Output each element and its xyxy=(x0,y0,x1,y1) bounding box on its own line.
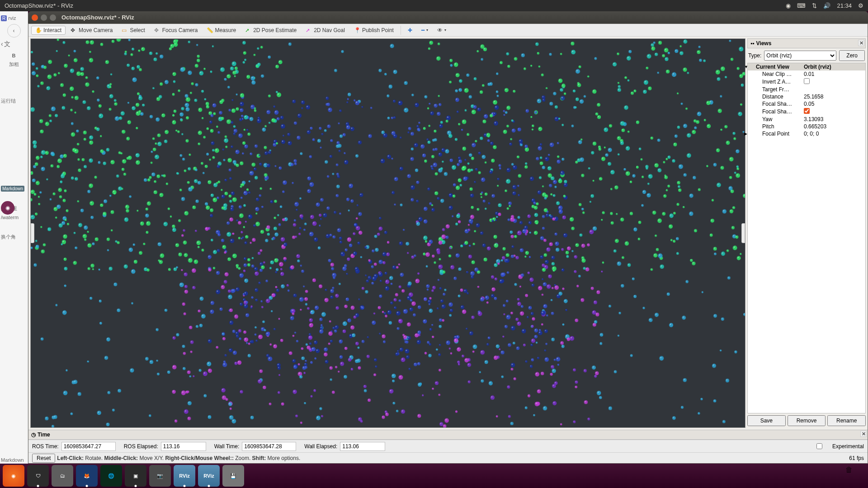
indicator-sound-icon[interactable]: 🔊 xyxy=(823,2,830,9)
window-maximize-button[interactable] xyxy=(50,14,56,21)
indicator-shield-icon[interactable]: ◉ xyxy=(786,2,791,9)
editor-back-button[interactable]: ‹ xyxy=(7,24,21,38)
arrow-green-icon: ➚ xyxy=(245,27,251,33)
views-panel-buttons: Save Remove Rename xyxy=(747,413,866,428)
type-label: Type: xyxy=(748,52,761,59)
experimental-checkbox[interactable] xyxy=(816,443,822,449)
views-panel-header[interactable]: ▪▪ Views ✕ xyxy=(747,38,866,48)
time-panel: ROS Time: ROS Elapsed: Wall Time: Wall E… xyxy=(28,440,868,452)
launcher-rviz-1[interactable]: RViz xyxy=(174,465,195,487)
launcher-ubuntu-icon[interactable]: ◉ xyxy=(3,465,24,487)
wall-elapsed-field[interactable] xyxy=(340,442,385,451)
indicator-keyboard-icon[interactable]: ⌨ xyxy=(797,2,806,9)
clock-icon: ◷ xyxy=(31,432,36,438)
tool-pan-axes[interactable]: ✚ xyxy=(404,26,416,35)
launcher-app-1[interactable]: 🛡 xyxy=(27,465,49,487)
remove-button[interactable]: Remove xyxy=(788,415,826,426)
hand-icon: ✋ xyxy=(35,27,42,33)
tree-row[interactable]: Focal Sha… xyxy=(748,108,865,116)
eye-icon: 👁 xyxy=(437,27,443,33)
window-title: OctomapShow.rviz* - RViz xyxy=(61,14,134,21)
rviz-3d-viewport[interactable] xyxy=(30,38,745,428)
focus-icon: ✥ xyxy=(154,27,160,33)
launcher-terminal-icon[interactable]: ▣ xyxy=(125,465,146,487)
tool-measure[interactable]: 📏 Measure xyxy=(203,26,240,35)
launcher-disk-icon[interactable]: 💾 xyxy=(222,465,244,487)
wall-time-field[interactable] xyxy=(242,442,296,451)
editor-text-2: /waterm xyxy=(1,215,27,220)
launcher-browser-icon[interactable]: 🌐 xyxy=(100,465,122,487)
panel-splitter-left[interactable] xyxy=(31,223,34,243)
status-hint: Left-Click: Rotate. Middle-Click: Move X… xyxy=(57,455,300,461)
window-close-button[interactable] xyxy=(32,14,38,21)
launcher-firefox-icon[interactable]: 🦊 xyxy=(76,465,98,487)
ros-time-label: ROS Time: xyxy=(32,443,59,450)
views-panel: ▪▪ Views ✕ Type: Orbit (rviz) Zero ▼ Cur… xyxy=(747,38,866,428)
save-button[interactable]: Save xyxy=(747,415,786,426)
tree-row[interactable]: Focal Sha…0.05 xyxy=(748,100,865,108)
arrow-pink-icon: ➚ xyxy=(306,27,312,33)
chevron-left-icon[interactable]: ‹ xyxy=(1,40,3,48)
tool-move-camera[interactable]: ✥ Move Camera xyxy=(66,26,117,35)
pin-icon: 📍 xyxy=(354,27,360,33)
ros-time-field[interactable] xyxy=(61,442,116,451)
tree-row[interactable]: Yaw3.13093 xyxy=(748,116,865,123)
time-close-button[interactable]: ✕ xyxy=(860,431,867,437)
gnome-clock[interactable]: 21:34 xyxy=(837,2,852,9)
rename-button[interactable]: Rename xyxy=(827,415,866,426)
rviz-status-bar: Reset Left-Click: Rotate. Middle-Click: … xyxy=(28,452,868,463)
tool-publish-point[interactable]: 📍 Publish Point xyxy=(350,26,398,35)
tool-2d-pose-estimate[interactable]: ➚ 2D Pose Estimate xyxy=(241,26,301,35)
tree-row-current-view[interactable]: ▼ Current View Orbit (rviz) xyxy=(748,63,865,70)
editor-tab-label: rviz xyxy=(8,15,16,21)
tree-row[interactable]: Near Clip …0.01 xyxy=(748,70,865,78)
wall-elapsed-label: Wall Elapsed: xyxy=(304,443,337,450)
ubuntu-logo-icon: ◉ xyxy=(1,201,14,215)
toolbar-separator xyxy=(401,26,401,35)
zero-button[interactable]: Zero xyxy=(839,50,865,61)
tool-interact[interactable]: ✋ Interact xyxy=(31,26,66,35)
views-close-button[interactable]: ✕ xyxy=(858,40,864,46)
launcher-rviz-2[interactable]: RViz xyxy=(198,465,220,487)
launcher-trash-icon[interactable]: 🗑 xyxy=(845,466,865,486)
window-minimize-button[interactable] xyxy=(41,14,47,21)
tree-row[interactable]: Invert Z A… xyxy=(748,78,865,86)
editor-tab-icon: R xyxy=(1,15,7,21)
editor-nav-text: 文 xyxy=(4,40,10,48)
wall-time-label: Wall Time: xyxy=(214,443,240,450)
minus-icon: ━ xyxy=(421,27,425,33)
tool-minus-dropdown[interactable]: ━▾ xyxy=(417,26,432,35)
rviz-window: ✋ Interact ✥ Move Camera ▭ Select ✥ Focu… xyxy=(28,23,868,464)
reset-button[interactable]: Reset xyxy=(32,454,55,463)
prop-checkbox[interactable] xyxy=(804,78,810,84)
tree-row[interactable]: Distance25.1658 xyxy=(748,93,865,100)
editor-footer: Markdown xyxy=(1,457,24,463)
ros-elapsed-field[interactable] xyxy=(161,442,206,451)
editor-bold-label: 加粗 xyxy=(1,61,27,68)
indicator-network-icon[interactable]: ⇅ xyxy=(812,2,817,9)
tool-select[interactable]: ▭ Select xyxy=(118,26,149,35)
gnome-top-bar: OctomapShow.rviz* - RViz ◉ ⌨ ⇅ 🔊 21:34 ⚙ xyxy=(0,0,868,11)
editor-bold-button[interactable]: B xyxy=(1,51,27,58)
tree-row[interactable]: Pitch0.665203 xyxy=(748,123,865,130)
tree-row[interactable]: Target Fr… xyxy=(748,86,865,93)
background-editor: R rviz ‹ ‹ 文 B 加粗 运行结 Markdown ◉ [在这里 /w… xyxy=(0,11,28,464)
gnome-tray: ◉ ⌨ ⇅ 🔊 21:34 ⚙ xyxy=(786,2,863,9)
fps-counter: 61 fps xyxy=(849,455,864,461)
rviz-title-bar[interactable]: OctomapShow.rviz* - RViz xyxy=(28,11,868,23)
time-panel-header[interactable]: ◷ Time ✕ xyxy=(28,430,868,440)
view-type-select[interactable]: Orbit (rviz) xyxy=(764,51,836,61)
ros-elapsed-label: ROS Elapsed: xyxy=(124,443,158,450)
ruler-icon: 📏 xyxy=(207,27,213,33)
tool-2d-nav-goal[interactable]: ➚ 2D Nav Goal xyxy=(302,26,349,35)
indicator-session-icon[interactable]: ⚙ xyxy=(858,2,863,9)
tool-eye-dropdown[interactable]: 👁▾ xyxy=(433,26,450,35)
prop-checkbox[interactable] xyxy=(804,108,810,114)
panel-splitter-right[interactable] xyxy=(741,223,745,243)
tree-row[interactable]: ▶Focal Point0; 0; 0 xyxy=(748,130,865,137)
tool-focus-camera[interactable]: ✥ Focus Camera xyxy=(150,26,202,35)
plus-icon: ✚ xyxy=(408,27,412,33)
launcher-files-icon[interactable]: 🗂 xyxy=(52,465,73,487)
views-property-tree[interactable]: ▼ Current View Orbit (rviz) Near Clip …0… xyxy=(747,63,866,413)
launcher-screenshot-icon[interactable]: 📷 xyxy=(149,465,171,487)
